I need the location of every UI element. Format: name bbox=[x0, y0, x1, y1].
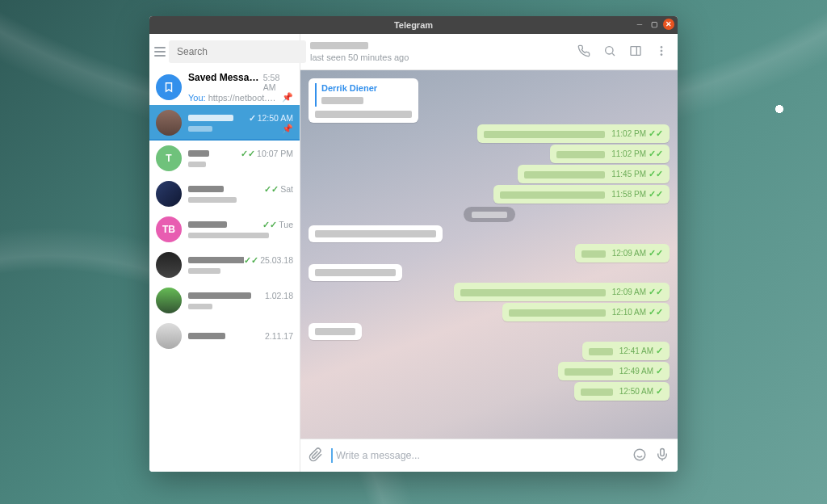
avatar bbox=[156, 110, 182, 136]
chat-preview: You: https://netboot.xyz... bbox=[188, 93, 279, 103]
message-incoming[interactable] bbox=[309, 225, 670, 242]
message-incoming[interactable] bbox=[309, 323, 670, 340]
chat-preview bbox=[188, 124, 212, 133]
message-outgoing[interactable]: 12:49 AM✓ bbox=[309, 362, 670, 380]
call-icon[interactable] bbox=[577, 44, 590, 60]
chat-name bbox=[188, 219, 227, 230]
msg-time: 12:09 AM bbox=[612, 288, 646, 296]
chat-name bbox=[188, 330, 225, 342]
window-close[interactable]: ✕ bbox=[663, 19, 674, 30]
attach-icon[interactable] bbox=[309, 447, 323, 464]
msg-time: 12:10 AM bbox=[612, 308, 646, 317]
avatar: T bbox=[156, 145, 182, 171]
message-outgoing[interactable]: 12:10 AM✓✓ bbox=[309, 303, 670, 321]
read-icon: ✓✓ bbox=[649, 129, 663, 138]
chat-header-name bbox=[310, 42, 368, 49]
avatar bbox=[156, 323, 182, 349]
chat-time: 1.02.18 bbox=[265, 291, 293, 300]
chat-item[interactable]: ✓✓25.03.18 bbox=[149, 247, 300, 283]
forward-name: Derrik Diener bbox=[321, 83, 412, 93]
message-outgoing[interactable]: 12:50 AM✓ bbox=[309, 382, 670, 401]
search-input[interactable] bbox=[169, 40, 306, 63]
more-icon[interactable] bbox=[655, 44, 668, 60]
chat-item[interactable]: 2.11.17 bbox=[149, 318, 300, 354]
bookmark-icon bbox=[156, 74, 182, 100]
sent-icon: ✓ bbox=[656, 346, 663, 355]
msg-time: 12:50 AM bbox=[619, 387, 653, 396]
msg-time: 11:02 PM bbox=[611, 149, 646, 158]
sidebar: Saved Messages 5:58 AM You: https://netb… bbox=[149, 34, 300, 472]
chat-name: Saved Messages bbox=[188, 72, 263, 83]
menu-button[interactable] bbox=[154, 40, 166, 63]
chat-name bbox=[188, 148, 209, 159]
message-outgoing[interactable]: 12:41 AM✓ bbox=[309, 342, 670, 360]
read-icon: ✓✓ bbox=[649, 288, 663, 296]
svg-point-2 bbox=[661, 46, 662, 48]
chat-status: last seen 50 minutes ago bbox=[310, 52, 568, 62]
titlebar: Telegram ─ ▢ ✕ bbox=[149, 16, 678, 34]
window-maximize[interactable]: ▢ bbox=[649, 19, 660, 30]
chat-name bbox=[188, 254, 244, 266]
message-input[interactable] bbox=[331, 448, 624, 463]
chat-selected[interactable]: ✓12:50 AM 📌 bbox=[149, 105, 300, 141]
svg-point-0 bbox=[606, 46, 613, 53]
msg-time: 11:02 PM bbox=[611, 129, 646, 138]
emoji-icon[interactable] bbox=[632, 447, 647, 464]
read-icon: ✓✓ bbox=[649, 249, 663, 258]
msg-time: 11:58 PM bbox=[611, 190, 646, 199]
msg-time: 12:09 AM bbox=[612, 249, 646, 258]
read-icon: ✓✓ bbox=[649, 308, 663, 317]
chat-time: ✓✓Sat bbox=[264, 184, 293, 194]
chat-name bbox=[188, 183, 224, 195]
read-icon: ✓✓ bbox=[649, 190, 663, 199]
chat-name bbox=[188, 112, 233, 124]
svg-rect-1 bbox=[631, 46, 640, 55]
window-title: Telegram bbox=[394, 20, 433, 30]
message-outgoing[interactable]: 11:02 PM✓✓ bbox=[309, 145, 670, 163]
chat-item[interactable]: 1.02.18 bbox=[149, 283, 300, 318]
message-outgoing[interactable]: 11:45 PM✓✓ bbox=[309, 165, 670, 183]
chat-header: last seen 50 minutes ago bbox=[300, 34, 678, 70]
chat-time: ✓✓25.03.18 bbox=[244, 255, 293, 265]
chat-list: Saved Messages 5:58 AM You: https://netb… bbox=[149, 69, 300, 472]
composer bbox=[300, 439, 678, 472]
sent-icon: ✓ bbox=[656, 387, 663, 396]
message-incoming[interactable]: Derrik Diener bbox=[309, 78, 670, 123]
mic-icon[interactable] bbox=[655, 447, 670, 464]
chat-time: 2.11.17 bbox=[265, 331, 293, 341]
chat-time: ✓✓Tue bbox=[262, 220, 293, 229]
message-outgoing[interactable]: 11:58 PM✓✓ bbox=[309, 185, 670, 204]
chat-saved-messages[interactable]: Saved Messages 5:58 AM You: https://netb… bbox=[149, 69, 300, 105]
svg-point-3 bbox=[661, 49, 662, 51]
chat-preview bbox=[188, 159, 206, 169]
search-icon[interactable] bbox=[603, 44, 616, 60]
read-icon: ✓✓ bbox=[649, 149, 663, 158]
messages[interactable]: Derrik Diener 11:02 PM✓✓ 11:02 PM✓✓ 11:4… bbox=[300, 70, 678, 439]
chat-preview bbox=[188, 195, 237, 204]
svg-rect-6 bbox=[661, 448, 665, 456]
message-outgoing[interactable]: 12:09 AM✓✓ bbox=[309, 244, 670, 262]
chat-item[interactable]: TB ✓✓Tue bbox=[149, 212, 300, 247]
sent-icon: ✓ bbox=[656, 367, 663, 376]
msg-time: 12:41 AM bbox=[619, 346, 653, 355]
app-window: Telegram ─ ▢ ✕ Saved Messages 5:58 bbox=[149, 16, 678, 472]
avatar bbox=[156, 252, 182, 278]
pin-icon: 📌 bbox=[282, 124, 293, 134]
avatar bbox=[156, 181, 182, 207]
chat-item[interactable]: T ✓✓10:07 PM bbox=[149, 141, 300, 176]
svg-point-5 bbox=[634, 449, 645, 460]
sidepanel-icon[interactable] bbox=[629, 44, 642, 60]
chat-preview bbox=[188, 301, 212, 311]
svg-point-4 bbox=[661, 53, 662, 55]
message-outgoing[interactable]: 11:02 PM✓✓ bbox=[309, 124, 670, 143]
message-outgoing[interactable]: 12:09 AM✓✓ bbox=[309, 283, 670, 301]
message-incoming[interactable] bbox=[309, 264, 670, 281]
chat-item[interactable]: ✓✓Sat bbox=[149, 176, 300, 212]
window-minimize[interactable]: ─ bbox=[634, 19, 645, 30]
chat-preview bbox=[188, 230, 269, 240]
read-icon: ✓✓ bbox=[649, 170, 663, 178]
chat-pane: last seen 50 minutes ago Derrik Diener bbox=[300, 34, 678, 472]
chat-preview bbox=[188, 266, 220, 275]
msg-time: 12:49 AM bbox=[619, 367, 653, 376]
avatar bbox=[156, 288, 182, 313]
